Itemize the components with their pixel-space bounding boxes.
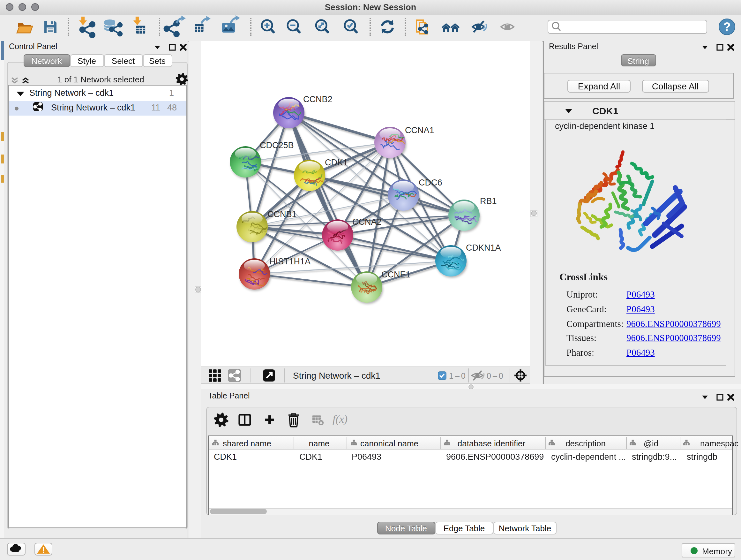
svg-text:CCNB2: CCNB2 <box>303 95 333 104</box>
svg-text:CCNA1: CCNA1 <box>405 125 434 135</box>
svg-text:CCNA2: CCNA2 <box>352 217 382 227</box>
svg-text:HIST1H1A: HIST1H1A <box>269 257 311 266</box>
svg-text:RB1: RB1 <box>480 196 497 206</box>
svg-text:CDC25B: CDC25B <box>260 140 294 150</box>
svg-text:CDKN1A: CDKN1A <box>466 243 501 253</box>
svg-text:CDC6: CDC6 <box>419 178 442 187</box>
svg-text:CCNE1: CCNE1 <box>381 270 411 279</box>
svg-text:CDK1: CDK1 <box>325 158 348 167</box>
svg-text:CCNB1: CCNB1 <box>267 209 297 219</box>
